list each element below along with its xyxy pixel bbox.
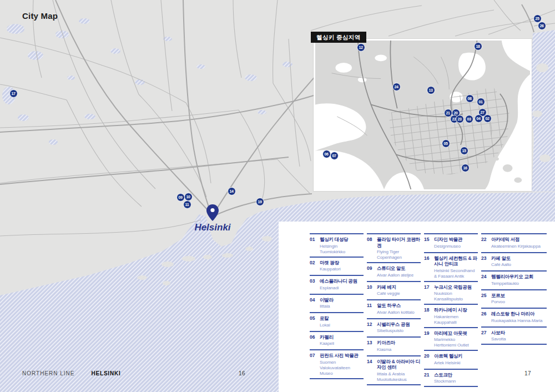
legend-entry-11: 11알토 하우스Alvar Aallon kotitalo	[367, 299, 421, 318]
legend-entry-korean: 카페 알토	[491, 255, 511, 262]
legend-entry-korean: 플라잉 타이거 코펜하겐	[377, 237, 421, 248]
legend-column: 15디자인 박물관Designmuseo16헬싱키 세컨핸드 & 파사니 안티크…	[424, 233, 478, 387]
page-number-left: 16	[239, 370, 245, 376]
legend-entry-latin: Nuuksion Kansallispuisto	[434, 291, 478, 302]
legend-entry-number: 23	[481, 255, 489, 269]
map-marker-25: 25	[533, 14, 542, 23]
legend-entry-24: 24템펠리아우키오 교회Temppeliaukio	[481, 270, 547, 289]
legend-entry-korean: 이딸라 & 아라비아 디자인 센터	[377, 359, 421, 370]
legend-entry-latin: Kiasma	[377, 347, 395, 353]
legend-entry-number: 27	[481, 330, 489, 343]
legend-entry-korean: 시벨리우스 공원	[377, 321, 410, 328]
legend-entry-number: 12	[367, 321, 375, 335]
legend-entry-08: 08플라잉 타이거 코펜하겐Flying Tiger Copenhagen	[367, 233, 421, 262]
legend-entry-number: 05	[310, 315, 317, 329]
legend-entry-latin: Iittala	[320, 304, 334, 309]
legend-entry-number: 02	[310, 260, 317, 274]
legend-entry-01: 01헬싱키 대성당Helsingin Tuomiokirkko	[310, 233, 364, 257]
legend-entry-korean: 헬싱키 세컨핸드 & 파사니 안티크	[434, 255, 478, 267]
map-marker-15: 15	[460, 147, 468, 155]
legend-entry-korean: 이딸라	[320, 297, 334, 303]
legend-entry-latin: Savotta	[491, 336, 506, 342]
legend-entry-latin: Suomen Valokuvataiteen Museo	[320, 360, 364, 376]
legend-entry-korean: 키아즈마	[377, 340, 395, 346]
legend-panel: 01헬싱키 대성당Helsingin Tuomiokirkko02마켓 광장Ka…	[279, 222, 555, 392]
legend-entry-number: 07	[310, 353, 317, 376]
legend-entry-latin: Kauppatori	[320, 267, 341, 272]
legend-entry-16: 16헬싱키 세컨핸드 & 파사니 안티크Helsinki Secondhand …	[424, 252, 478, 281]
legend-entry-number: 04	[310, 297, 317, 311]
legend-entry-06: 06카펠리Kaapeli	[310, 331, 364, 350]
legend-entry-number: 03	[310, 278, 317, 292]
legend-entry-latin: Stockmann	[434, 379, 456, 384]
legend-entry-latin: Esplanadi	[320, 285, 357, 291]
legend-entry-korean: 포르보	[491, 293, 505, 299]
map-marker-09: 09	[176, 193, 185, 202]
book-spread: City Map	[0, 0, 555, 392]
legend-column: 08플라잉 타이거 코펜하겐Flying Tiger Copenhagen09스…	[367, 233, 421, 385]
legend-entry-15: 15디자인 박물관Designmuseo	[424, 233, 478, 252]
legend-entry-korean: 스토크만	[434, 372, 456, 378]
legend-entry-13: 13키아즈마Kiasma	[367, 336, 421, 355]
legend-entry-latin: Alvar Aallon kotitalo	[377, 310, 415, 315]
legend-entry-latin: Alvar Aallon ateljee	[377, 273, 413, 278]
legend-entry-latin: Café Aalto	[491, 262, 511, 268]
legend-entry-09: 09스튜디오 알토Alvar Aallon ateljee	[367, 262, 421, 281]
legend-entry-number: 20	[424, 353, 432, 367]
map-marker-04: 04	[475, 114, 483, 123]
page-number-right: 17	[524, 370, 531, 376]
map-marker-24: 24	[392, 83, 401, 91]
legend-entry-latin: Sibeliuspuisto	[377, 328, 410, 334]
legend-entry-korean: 마리메꼬 아웃렛	[434, 330, 478, 336]
legend-entry-number: 17	[424, 284, 432, 303]
legend-entry-04: 04이딸라Iittala	[310, 294, 364, 313]
legend-entry-latin: Lokal	[320, 323, 330, 328]
footer-series: NORTHERN LINE	[22, 370, 75, 376]
map-marker-16: 16	[461, 164, 470, 172]
legend-entry-21: 21스토크만Stockmann	[424, 369, 478, 388]
map-marker-18: 18	[474, 42, 482, 51]
helsinki-pin-icon	[206, 204, 219, 221]
map-marker-06: 06	[322, 150, 331, 158]
legend-entry-22: 22아카데믹 서점Akateeminen Kirjakauppa	[481, 233, 547, 252]
legend-entry-03: 03에스플라나디 공원Esplanadi	[310, 275, 364, 294]
legend-entry-number: 01	[310, 237, 317, 255]
legend-columns: 01헬싱키 대성당Helsingin Tuomiokirkko02마켓 광장Ka…	[310, 233, 547, 387]
legend-entry-14: 14이딸라 & 아라비아 디자인 센터Iittala & Arabia Muot…	[367, 355, 421, 385]
legend-entry-latin: Porvoo	[491, 299, 505, 305]
legend-entry-latin: Designmuseo	[434, 244, 462, 249]
map-marker-17: 17	[9, 89, 18, 98]
legend-entry-number: 22	[481, 237, 489, 250]
legend-entry-latin: Iittala & Arabia Muotoilukeskus	[377, 371, 421, 383]
legend-entry-number: 16	[424, 255, 432, 279]
legend-column: 22아카데믹 서점Akateeminen Kirjakauppa23카페 알토C…	[481, 233, 547, 345]
map-marker-03: 03	[465, 115, 473, 123]
legend-entry-25: 25포르보Porvoo	[481, 289, 547, 308]
legend-entry-number: 19	[424, 330, 432, 349]
legend-entry-latin: Flying Tiger Copenhagen	[377, 249, 421, 260]
legend-entry-number: 25	[481, 293, 489, 306]
legend-entry-number: 09	[367, 265, 375, 279]
legend-entry-korean: 마켓 광장	[320, 260, 341, 266]
legend-entry-02: 02마켓 광장Kauppatori	[310, 257, 364, 275]
legend-entry-number: 14	[367, 359, 375, 383]
map-marker-08: 08	[466, 94, 474, 103]
legend-column: 01헬싱키 대성당Helsingin Tuomiokirkko02마켓 광장Ka…	[310, 233, 364, 379]
legend-entry-korean: 템펠리아우키오 교회	[491, 274, 533, 280]
legend-entry-korean: 레스토랑 한나 마리아	[491, 311, 542, 317]
legend-entry-05: 05로칼Lokal	[310, 312, 364, 331]
map-marker-02: 02	[483, 114, 492, 123]
map-marker-10: 10	[184, 193, 193, 201]
legend-entry-korean: 사보타	[491, 330, 506, 336]
legend-entry-latin: Marimekko Herttoniemi Outlet	[434, 337, 478, 348]
legend-entry-number: 11	[367, 303, 375, 316]
map-marker-19: 19	[256, 198, 264, 206]
legend-entry-latin: Artek Helsinki	[434, 360, 462, 366]
legend-entry-18: 18하카니에미 시장Hakaniemen Kauppahalli	[424, 304, 478, 327]
legend-entry-23: 23카페 알토Café Aalto	[481, 252, 547, 271]
legend-entry-korean: 카펠리	[320, 334, 334, 340]
map-marker-13: 13	[427, 86, 435, 94]
map-marker-07: 07	[330, 152, 339, 160]
legend-entry-latin: Temppeliaukio	[491, 281, 533, 287]
city-label: Helsinki	[179, 222, 246, 233]
